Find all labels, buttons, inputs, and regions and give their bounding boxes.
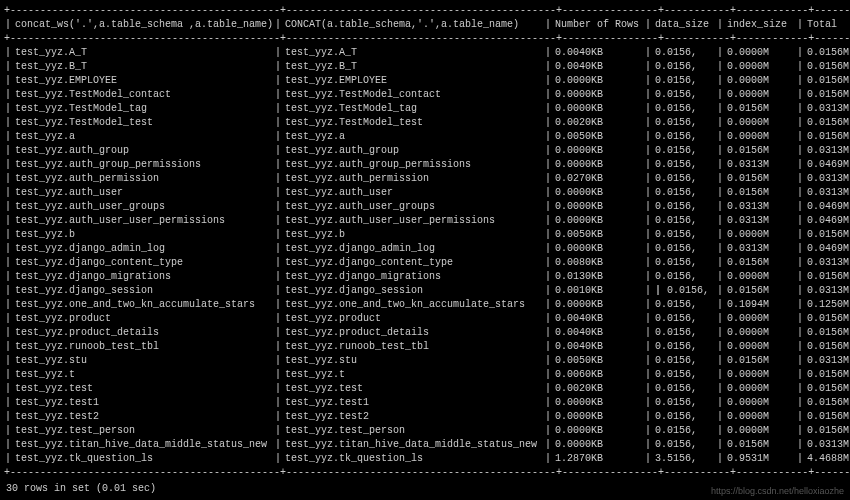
pipe-icon: | [4,298,12,312]
pipe-icon: | [274,256,282,270]
cell-name2: test_yyz.auth_permission [282,172,544,186]
pipe-icon: | [274,410,282,424]
pipe-icon: | [544,200,552,214]
pipe-icon: | [716,214,724,228]
pipe-icon: | [544,214,552,228]
pipe-icon: | [544,102,552,116]
cell-name2: test_yyz.product_details [282,326,544,340]
pipe-icon: | [544,326,552,340]
pipe-icon: | [796,452,804,466]
pipe-icon: | [274,214,282,228]
pipe-icon: | [716,382,724,396]
pipe-icon: | [716,228,724,242]
table-row: |test_yyz.TestModel_tag|test_yyz.TestMod… [4,102,846,116]
pipe-icon: | [274,312,282,326]
cell-name1: test_yyz.B_T [12,60,274,74]
pipe-icon: | [796,242,804,256]
col-header-data-size: data_size [652,18,716,32]
cell-data-size: | 0.0156, [652,284,716,298]
cell-total: 0.0156M [804,130,850,144]
cell-name2: test_yyz.t [282,368,544,382]
cell-index-size: 0.0156M [724,284,796,298]
table-row: |test_yyz.test|test_yyz.test|0.0020KB|0.… [4,382,846,396]
cell-rows: 0.0050KB [552,228,644,242]
table-row: |test_yyz.auth_user|test_yyz.auth_user|0… [4,186,846,200]
cell-name2: test_yyz.django_admin_log [282,242,544,256]
pipe-icon: | [796,396,804,410]
pipe-icon: | [4,228,12,242]
pipe-icon: | [644,200,652,214]
pipe-icon: | [644,214,652,228]
cell-total: 0.0156M [804,60,850,74]
cell-data-size: 0.0156, [652,200,716,214]
table-row: |test_yyz.tk_question_ls|test_yyz.tk_que… [4,452,846,466]
cell-name2: test_yyz.EMPLOYEE [282,74,544,88]
cell-total: 0.1250M [804,298,850,312]
pipe-icon: | [796,144,804,158]
pipe-icon: | [796,340,804,354]
pipe-icon: | [716,74,724,88]
pipe-icon: | [644,312,652,326]
cell-total: 0.0156M [804,396,850,410]
cell-name2: test_yyz.a [282,130,544,144]
cell-name1: test_yyz.auth_group [12,144,274,158]
cell-index-size: 0.0000M [724,396,796,410]
cell-name1: test_yyz.runoob_test_tbl [12,340,274,354]
cell-index-size: 0.1094M [724,298,796,312]
pipe-icon: | [4,354,12,368]
table-row: |test_yyz.django_migrations|test_yyz.dja… [4,270,846,284]
cell-name1: test_yyz.test [12,382,274,396]
col-header-concat: CONCAT(a.table_schema,'.',a.table_name) [282,18,544,32]
pipe-icon: | [716,144,724,158]
table-row: |test_yyz.product|test_yyz.product|0.004… [4,312,846,326]
cell-rows: 0.0000KB [552,438,644,452]
cell-name1: test_yyz.auth_user_groups [12,200,274,214]
cell-index-size: 0.0000M [724,46,796,60]
cell-total: 0.0156M [804,340,850,354]
cell-name1: test_yyz.a [12,130,274,144]
cell-rows: 0.0000KB [552,298,644,312]
pipe-icon: | [274,88,282,102]
cell-name2: test_yyz.django_content_type [282,256,544,270]
cell-data-size: 0.0156, [652,228,716,242]
cell-name1: test_yyz.titan_hive_data_middle_status_n… [12,438,274,452]
cell-rows: 0.0000KB [552,396,644,410]
cell-data-size: 0.0156, [652,130,716,144]
pipe-icon: | [644,396,652,410]
cell-rows: 0.0040KB [552,312,644,326]
cell-name1: test_yyz.product_details [12,326,274,340]
cell-total: 0.0156M [804,410,850,424]
table-row: |test_yyz.b|test_yyz.b|0.0050KB|0.0156,|… [4,228,846,242]
pipe-icon: | [544,88,552,102]
cell-name2: test_yyz.auth_user_user_permissions [282,214,544,228]
cell-data-size: 0.0156, [652,172,716,186]
pipe-icon: | [716,88,724,102]
cell-rows: 0.0000KB [552,424,644,438]
pipe-icon: | [274,130,282,144]
pipe-icon: | [274,298,282,312]
cell-data-size: 0.0156, [652,46,716,60]
cell-index-size: 0.0313M [724,214,796,228]
cell-total: 0.0313M [804,354,850,368]
pipe-icon: | [644,102,652,116]
pipe-icon: | [274,326,282,340]
table-row: |test_yyz.auth_user_groups|test_yyz.auth… [4,200,846,214]
cell-name1: test_yyz.django_migrations [12,270,274,284]
cell-total: 0.0469M [804,158,850,172]
pipe-icon: | [644,144,652,158]
pipe-icon: | [644,172,652,186]
cell-total: 0.0156M [804,46,850,60]
pipe-icon: | [544,340,552,354]
pipe-icon: | [544,354,552,368]
pipe-icon: | [274,158,282,172]
cell-total: 0.0313M [804,144,850,158]
pipe-icon: | [4,74,12,88]
cell-data-size: 0.0156, [652,88,716,102]
cell-total: 0.0469M [804,242,850,256]
pipe-icon: | [4,102,12,116]
table-row: |test_yyz.TestModel_contact|test_yyz.Tes… [4,88,846,102]
pipe-icon: | [716,410,724,424]
cell-name2: test_yyz.test1 [282,396,544,410]
pipe-icon: | [544,158,552,172]
pipe-icon: | [716,158,724,172]
